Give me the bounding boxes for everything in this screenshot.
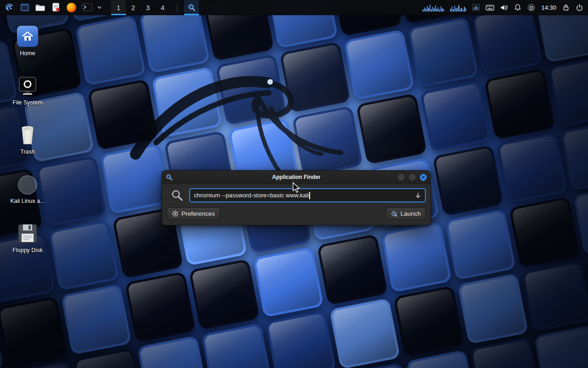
notifications-button[interactable] [514,4,521,11]
panel-separator [177,3,177,12]
window-title: Application Finder [162,174,430,180]
update-status-button[interactable] [527,4,535,12]
logout-button[interactable] [576,4,583,12]
window-titlebar[interactable]: Application Finder ✕ [162,171,430,184]
floppy-disk-icon [17,220,38,244]
trash-icon [18,121,37,145]
launch-button[interactable]: Launch [386,207,426,220]
file-manager-button[interactable] [34,1,46,14]
audio-spectrum-monitor-2 [450,4,466,12]
workspace-4[interactable]: 4 [155,0,170,15]
terminal-dropdown-button[interactable] [96,1,102,14]
app-finder-icon [188,4,196,12]
search-icon [171,189,183,201]
text-editor-icon [51,2,61,12]
application-finder-window: Application Finder ✕ chromium --password… [162,170,431,225]
panel-tray: 14:30 [423,0,585,15]
workspace-switcher: 1 2 3 4 [111,0,170,15]
power-icon [576,4,583,12]
desktop-icon-label: Kali Linux a... [10,198,45,204]
launch-label: Launch [401,210,421,217]
text-caret [309,192,310,199]
kali-menu-button[interactable] [3,1,15,14]
text-editor-button[interactable] [50,1,62,14]
lock-screen-button[interactable] [562,4,570,11]
window-titlebar-icon [166,174,173,181]
speaker-icon [500,4,508,11]
close-button[interactable]: ✕ [420,174,427,181]
desktop-icon-list: Home File System [6,23,50,269]
chevron-down-icon [97,6,102,9]
top-panel: 1 2 3 4 [0,0,588,15]
terminal-button[interactable] [81,1,93,14]
lock-icon [562,4,570,11]
firefox-icon [67,3,76,12]
window-launcher-button[interactable] [18,1,31,14]
desktop-icon-trash[interactable]: Trash [6,121,50,171]
update-icon [527,4,535,12]
desktop-icon-kali-shortcut[interactable]: Kali Linux a... [6,171,50,220]
workspace-1[interactable]: 1 [111,0,126,15]
preferences-button[interactable]: Preferences [167,207,220,220]
desktop-icon-file-system[interactable]: File System [6,72,50,121]
app-finder-task-button[interactable] [184,0,199,15]
desktop-icon-floppy-disk[interactable]: Floppy Disk [6,220,50,269]
maximize-button[interactable] [409,174,416,181]
desktop-icon-label: Trash [20,149,35,155]
desktop-icon-label: Floppy Disk [12,247,42,253]
kali-shortcut-icon [18,171,37,195]
panel-left-group: 1 2 3 4 [3,0,199,15]
desktop-icon-label: File System [12,99,42,106]
launch-icon [391,210,398,217]
command-text: chromium --password-store=basic www.kali [194,192,309,199]
workspace-3[interactable]: 3 [141,0,155,15]
desktop-icon-label: Home [20,50,35,57]
keyboard-icon [486,4,494,11]
terminal-icon [82,3,92,12]
mini-graph-icon [472,4,480,11]
firefox-button[interactable] [65,1,78,14]
audio-spectrum-monitor-1 [423,4,444,12]
workspace-2[interactable]: 2 [126,0,141,15]
minimize-button[interactable] [398,174,405,181]
file-system-icon [17,72,38,96]
window-icon [20,2,30,12]
desktop-icon-home[interactable]: Home [6,23,50,72]
file-manager-icon [35,2,45,13]
kali-menu-icon [4,2,14,12]
preferences-label: Preferences [181,210,215,217]
command-input[interactable]: chromium --password-store=basic www.kali [189,188,426,202]
titlebar-buttons: ✕ [398,174,427,181]
gear-icon [172,210,179,217]
volume-button[interactable] [500,4,508,11]
bell-icon [514,4,521,11]
home-icon [17,23,38,47]
clock[interactable]: 14:30 [541,4,556,11]
desktop: 1 2 3 4 [0,0,588,368]
history-dropdown-icon[interactable] [415,192,421,199]
keyboard-layout-button[interactable] [486,4,494,11]
window-body: chromium --password-store=basic www.kali [162,184,430,225]
